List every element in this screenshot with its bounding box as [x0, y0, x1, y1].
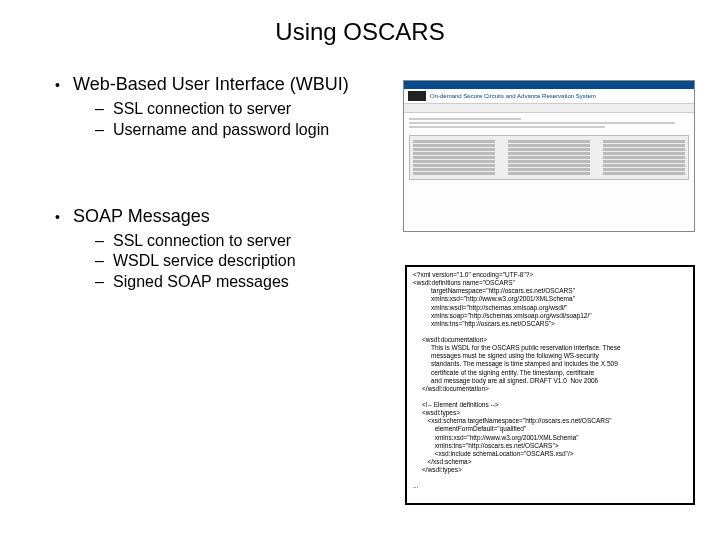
- wbui-screenshot: On-demand Secure Circuits and Advance Re…: [403, 80, 695, 232]
- dash-icon: –: [95, 231, 113, 252]
- section2-item: WSDL service description: [113, 251, 296, 272]
- section1-item: SSL connection to server: [113, 99, 291, 120]
- dash-icon: –: [95, 99, 113, 120]
- section2-item: Signed SOAP messages: [113, 272, 289, 293]
- bullet-icon: •: [55, 209, 73, 225]
- slide-title: Using OSCARS: [0, 0, 720, 56]
- esnet-logo-icon: [408, 91, 426, 101]
- wsdl-code-snippet: <?xml version="1.0" encoding="UTF-8"?> <…: [405, 265, 695, 505]
- screenshot-title: On-demand Secure Circuits and Advance Re…: [430, 93, 596, 99]
- section2-heading: SOAP Messages: [73, 206, 210, 227]
- bullet-icon: •: [55, 77, 73, 93]
- dash-icon: –: [95, 251, 113, 272]
- section1-item: Username and password login: [113, 120, 329, 141]
- section2-item: SSL connection to server: [113, 231, 291, 252]
- dash-icon: –: [95, 120, 113, 141]
- dash-icon: –: [95, 272, 113, 293]
- section1-heading: Web-Based User Interface (WBUI): [73, 74, 349, 95]
